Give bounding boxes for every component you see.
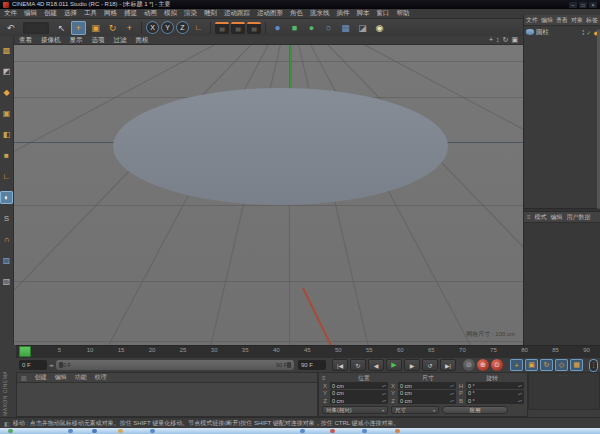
rot-h-field[interactable]: 0 °▴▾	[466, 382, 524, 389]
end-frame-field[interactable]: 90 F	[298, 360, 326, 370]
size-y-field[interactable]: 0 cm▴▾	[398, 390, 456, 397]
material-manager-empty-area[interactable]	[17, 383, 317, 416]
rot-p-field[interactable]: 0 °▴▾	[466, 390, 524, 397]
menu-item[interactable]: 流水线	[310, 9, 330, 18]
tab-user-data[interactable]: 用户数据	[567, 213, 591, 222]
record-position-icon[interactable]: +	[510, 359, 523, 371]
pos-z-field[interactable]: 0 cm▴▾	[330, 397, 388, 404]
timeline-range-slider[interactable]: 0 F 90 F	[56, 360, 294, 370]
viewport-menu-view[interactable]: 查看	[19, 36, 32, 45]
viewport-menu-cameras[interactable]: 摄像机	[41, 36, 61, 45]
taskbar-app-icon[interactable]	[362, 429, 367, 433]
timeline-ruler[interactable]: 051015202530354045505560657075808590	[16, 345, 600, 358]
render-view-icon[interactable]: ▤	[215, 22, 229, 34]
menu-item[interactable]: 脚本	[357, 9, 370, 18]
playback-options-icon[interactable]: ⋮	[589, 359, 598, 372]
primitive-cube-icon[interactable]: ■	[287, 21, 302, 35]
next-frame-icon[interactable]: ▶	[404, 359, 420, 371]
next-key-icon[interactable]: ↺	[422, 359, 438, 371]
menu-item[interactable]: 捕捉	[124, 9, 137, 18]
x-axis-lock-icon[interactable]: X	[146, 21, 159, 34]
undo-icon[interactable]: ↶	[3, 21, 18, 35]
viewport-menu-display[interactable]: 显示	[70, 36, 83, 45]
rot-b-field[interactable]: 0 °▴▾	[466, 397, 524, 404]
apply-button[interactable]: 应用	[442, 406, 508, 414]
goto-end-icon[interactable]: ▶|	[440, 359, 456, 371]
start-orb-icon[interactable]	[8, 429, 13, 433]
menu-item[interactable]: 运动跟踪	[224, 9, 250, 18]
axis-mode-icon[interactable]: ∟	[0, 170, 13, 183]
points-mode-icon[interactable]: ▣	[0, 107, 13, 120]
cylinder-object-top[interactable]	[113, 88, 448, 205]
size-x-field[interactable]: 0 cm▴▾	[398, 382, 456, 389]
render-picture-viewer-icon[interactable]: ▤	[231, 22, 245, 34]
object-manager-menu-item[interactable]: 对象	[571, 16, 583, 25]
lock-workplane-icon[interactable]: ▧	[0, 275, 13, 288]
spline-icon[interactable]: ○	[321, 21, 336, 35]
menu-item[interactable]: 选择	[64, 9, 77, 18]
rotate-view-icon[interactable]: ↻	[503, 36, 509, 44]
close-button[interactable]: ×	[589, 2, 597, 8]
size-z-field[interactable]: 0 cm▴▾	[398, 397, 456, 404]
menu-item[interactable]: 窗口	[377, 9, 390, 18]
last-tool-icon[interactable]: +	[122, 21, 137, 35]
frame-stepper-icon[interactable]: ◂▸	[49, 362, 54, 368]
object-manager-menu-item[interactable]: 编辑	[541, 16, 553, 25]
object-row-cylinder[interactable]: 圆柱 ● ● ✓ ◆	[524, 26, 600, 38]
snap-icon[interactable]: S	[0, 212, 13, 225]
menu-item[interactable]: 网格	[104, 9, 117, 18]
pos-x-field[interactable]: 0 cm▴▾	[330, 382, 388, 389]
play-icon[interactable]: ▶	[386, 359, 402, 371]
record-parameter-icon[interactable]: ◇	[555, 359, 568, 371]
rotate-tool-icon[interactable]: ↻	[105, 21, 120, 35]
taskbar-app-icon[interactable]	[118, 429, 123, 433]
record-objects-icon[interactable]: ⊘	[463, 359, 475, 371]
taskbar-app-icon[interactable]	[68, 429, 73, 433]
taskbar-app-icon[interactable]	[150, 429, 155, 433]
object-manager-menu-item[interactable]: 标签	[586, 16, 598, 25]
maximize-button[interactable]: □	[579, 2, 587, 8]
keyframe-selection-icon[interactable]: ⊙	[491, 359, 503, 371]
taskbar-app-icon[interactable]	[300, 429, 305, 433]
menu-item[interactable]: 编辑	[24, 9, 37, 18]
viewport-menu-panel[interactable]: 面板	[136, 36, 149, 45]
record-rotation-icon[interactable]: ↻	[540, 359, 553, 371]
edit-render-settings-icon[interactable]: ▤	[247, 22, 261, 34]
camera-icon[interactable]: ◪	[355, 21, 370, 35]
model-mode-icon[interactable]: ◩	[0, 65, 13, 78]
viewport-menu-filter[interactable]: 过滤	[114, 36, 127, 45]
menu-item[interactable]: 雕刻	[204, 9, 217, 18]
material-menu-edit[interactable]: 编辑	[55, 373, 67, 382]
menu-item[interactable]: 角色	[290, 9, 303, 18]
light-icon[interactable]: ◉	[372, 21, 387, 35]
goto-start-icon[interactable]: |◀	[332, 359, 348, 371]
z-axis-lock-icon[interactable]: Z	[176, 21, 189, 34]
move-tool-icon[interactable]: +	[71, 21, 86, 35]
current-frame-field[interactable]: 0 F	[19, 360, 47, 370]
autokey-icon[interactable]: ⊕	[477, 359, 489, 371]
menu-item[interactable]: 运动图形	[257, 9, 283, 18]
coordinate-burger-icon[interactable]: ≡	[322, 375, 332, 381]
visibility-render-dot[interactable]: ●	[582, 32, 584, 35]
object-enabled-check-icon[interactable]: ✓	[586, 29, 591, 36]
make-editable-icon[interactable]: ▩	[0, 44, 13, 57]
object-manager-menu-item[interactable]: 查看	[556, 16, 568, 25]
taskbar-app-icon[interactable]	[330, 429, 335, 433]
coordinate-mode-dropdown[interactable]: 对象(相对)▾	[322, 406, 388, 414]
floor-icon[interactable]: ▦	[338, 21, 353, 35]
material-menu-texture[interactable]: 纹理	[95, 373, 107, 382]
menu-item[interactable]: 动画	[144, 9, 157, 18]
taskbar-app-icon[interactable]	[92, 429, 97, 433]
object-manager-empty-area[interactable]	[524, 38, 600, 208]
coordinate-size-dropdown[interactable]: 尺寸▾	[391, 406, 439, 414]
object-manager-menu-item[interactable]: 文件	[526, 16, 538, 25]
viewport-menu-options[interactable]: 选项	[92, 36, 105, 45]
record-pla-icon[interactable]: ▦	[570, 359, 583, 371]
menu-item[interactable]: 创建	[44, 9, 57, 18]
pos-y-field[interactable]: 0 cm▴▾	[330, 390, 388, 397]
subdivision-surface-icon[interactable]: ●	[304, 21, 319, 35]
record-scale-icon[interactable]: ▣	[525, 359, 538, 371]
pen-material-icon[interactable]: ●	[270, 21, 285, 35]
menu-item[interactable]: 帮助	[397, 9, 410, 18]
menu-item[interactable]: 文件	[4, 9, 17, 18]
